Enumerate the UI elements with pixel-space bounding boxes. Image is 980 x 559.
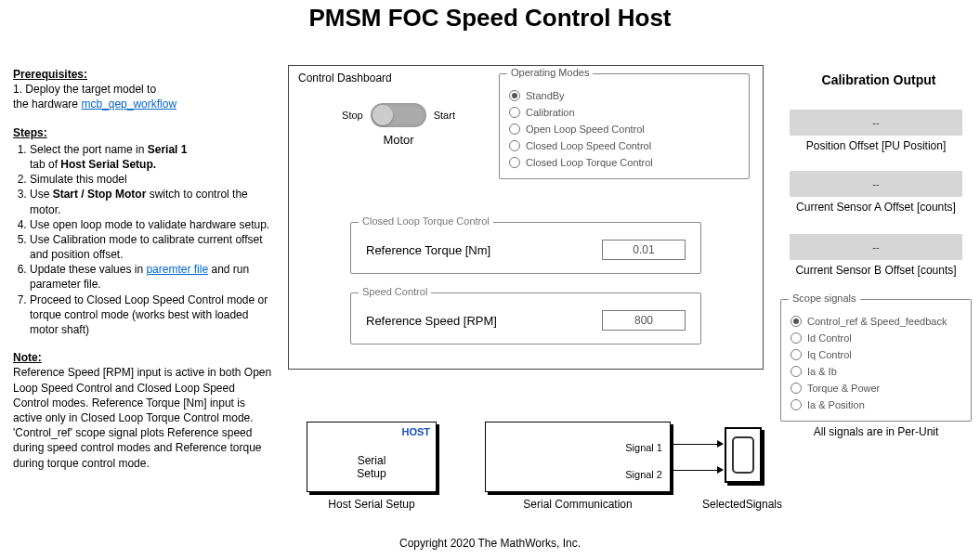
mode-radio-1[interactable]: [509, 107, 520, 118]
wire-sig2: [673, 470, 719, 471]
mode-row-4[interactable]: Closed Loop Torque Control: [509, 154, 739, 171]
scope-caption: SelectedSignals: [691, 498, 793, 511]
mode-row-0[interactable]: StandBy: [509, 87, 739, 104]
scopesig-label-2: Iq Control: [807, 349, 852, 360]
mode-row-1[interactable]: Calibration: [509, 104, 739, 121]
signal-1-label: Signal 1: [625, 442, 662, 453]
scopesig-radio-2[interactable]: [791, 349, 802, 360]
speed-group-legend: Speed Control: [359, 286, 431, 297]
scope-block[interactable]: [725, 427, 762, 483]
torque-input[interactable]: 0.01: [602, 240, 686, 260]
calibration-output-title: Calibration Output: [795, 72, 962, 87]
scopesig-row-2[interactable]: Iq Control: [791, 346, 961, 363]
motor-toggle[interactable]: [371, 103, 426, 127]
scopesig-radio-3[interactable]: [791, 366, 802, 377]
position-offset-display: --: [790, 110, 962, 136]
torque-control-group: Closed Loop Torque Control Reference Tor…: [350, 222, 701, 274]
prereq-text-b: the hardware: [13, 98, 81, 110]
scope-icon: [732, 436, 754, 474]
host-serial-setup-block[interactable]: HOST Serial Setup: [307, 422, 437, 492]
step-7: Proceed to Closed Loop Speed Control mod…: [30, 292, 273, 338]
steps-heading: Steps:: [13, 126, 47, 139]
scopesig-label-4: Torque & Power: [807, 383, 880, 394]
speed-input[interactable]: 800: [602, 310, 686, 331]
motor-toggle-area: Stop Start Motor: [315, 103, 482, 147]
operating-modes-legend: Operating Modes: [507, 67, 593, 78]
current-a-display: --: [790, 171, 962, 197]
host-tag: HOST: [401, 426, 430, 437]
page-title: PMSM FOC Speed Control Host: [0, 4, 980, 32]
mode-radio-4[interactable]: [509, 157, 520, 168]
scopesig-label-0: Control_ref & Speed_feedback: [807, 316, 947, 327]
step-3: Use Start / Stop Motor switch to control…: [30, 187, 273, 216]
copyright: Copyright 2020 The MathWorks, Inc.: [0, 537, 980, 550]
current-b-display: --: [790, 234, 962, 260]
scopesig-row-0[interactable]: Control_ref & Speed_feedback: [791, 313, 961, 330]
mode-label-3: Closed Loop Speed Control: [526, 140, 651, 151]
scopesig-radio-4[interactable]: [791, 383, 802, 394]
current-a-label: Current Sensor A Offset [counts]: [790, 201, 962, 214]
scopesig-label-5: Ia & Position: [807, 399, 865, 410]
mode-label-2: Open Loop Speed Control: [526, 124, 645, 135]
wire-sig1: [673, 444, 719, 445]
speed-label: Reference Speed [RPM]: [366, 314, 497, 328]
scopesig-row-3[interactable]: Ia & Ib: [791, 363, 961, 380]
instructions-panel: Prerequisites: 1. Deploy the target mode…: [13, 67, 273, 484]
mode-label-4: Closed Loop Torque Control: [526, 157, 653, 168]
scopesig-radio-0[interactable]: [791, 316, 802, 327]
step-4: Use open loop mode to validate hardware …: [30, 217, 273, 232]
step-6: Update these values in paremter file and…: [30, 262, 273, 292]
signal-2-label: Signal 2: [625, 469, 662, 480]
operating-modes: Operating Modes StandByCalibrationOpen L…: [499, 73, 750, 179]
scopesig-row-5[interactable]: Ia & Position: [791, 396, 961, 413]
scopesig-label-1: Id Control: [807, 332, 852, 344]
note-heading: Note:: [13, 351, 42, 364]
motor-label: Motor: [315, 133, 482, 147]
current-b-label: Current Sensor B Offset [counts]: [790, 264, 962, 277]
scopesig-radio-5[interactable]: [791, 399, 802, 410]
scopesig-radio-1[interactable]: [791, 332, 802, 344]
step-2: Simulate this model: [30, 172, 273, 187]
start-label: Start: [434, 110, 455, 121]
torque-group-legend: Closed Loop Torque Control: [359, 215, 493, 227]
scope-signals-legend: Scope signals: [789, 292, 860, 304]
arrow-sig2: [717, 466, 724, 474]
speed-control-group: Speed Control Reference Speed [RPM] 800: [350, 292, 701, 344]
mode-row-3[interactable]: Closed Loop Speed Control: [509, 137, 739, 154]
torque-label: Reference Torque [Nm]: [366, 243, 490, 257]
scope-signals: Scope signals Control_ref & Speed_feedba…: [780, 299, 972, 422]
mode-label-1: Calibration: [526, 107, 575, 118]
position-offset-label: Position Offset [PU Position]: [790, 139, 962, 152]
comm-caption: Serial Communication: [485, 498, 671, 511]
note-body: Reference Speed [RPM] input is active in…: [13, 366, 271, 469]
step-1: Select the port name in Serial 1tab of H…: [30, 142, 273, 172]
dashboard-title: Control Dashboard: [298, 72, 392, 84]
prereq-heading: Prerequisites:: [13, 68, 87, 81]
steps-list: Select the port name in Serial 1tab of H…: [13, 142, 273, 337]
host-caption: Host Serial Setup: [307, 498, 437, 511]
prereq-text-a: 1. Deploy the target model to: [13, 83, 156, 96]
host-text: Serial Setup: [307, 454, 436, 480]
stop-label: Stop: [342, 110, 363, 121]
mode-radio-2[interactable]: [509, 124, 520, 135]
scopesig-row-4[interactable]: Torque & Power: [791, 380, 961, 396]
workflow-link[interactable]: mcb_qep_workflow: [81, 98, 176, 110]
param-file-link[interactable]: paremter file: [146, 263, 208, 276]
arrow-sig1: [717, 440, 724, 448]
step-5: Use Calibration mode to calibrate curren…: [30, 232, 273, 262]
mode-radio-0[interactable]: [509, 90, 520, 101]
mode-row-2[interactable]: Open Loop Speed Control: [509, 121, 739, 137]
control-dashboard: Control Dashboard Stop Start Motor Opera…: [288, 65, 764, 370]
scopesig-label-3: Ia & Ib: [807, 366, 837, 377]
toggle-knob: [372, 105, 393, 125]
mode-label-0: StandBy: [526, 90, 565, 101]
mode-radio-3[interactable]: [509, 140, 520, 151]
serial-comm-block[interactable]: Signal 1 Signal 2: [485, 422, 671, 492]
scopesig-row-1[interactable]: Id Control: [791, 330, 961, 346]
all-signals-note: All signals are in Per-Unit: [788, 425, 964, 438]
